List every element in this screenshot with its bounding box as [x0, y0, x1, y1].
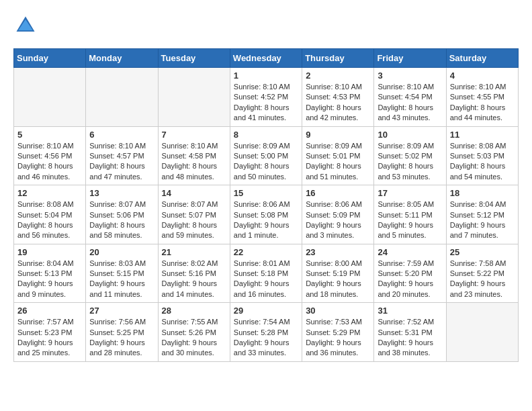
calendar-cell: 9Sunrise: 8:09 AM Sunset: 5:01 PM Daylig… — [302, 126, 374, 185]
calendar-cell: 10Sunrise: 8:09 AM Sunset: 5:02 PM Dayli… — [374, 126, 446, 185]
day-number: 18 — [450, 188, 515, 198]
day-number: 28 — [162, 306, 226, 316]
day-info: Sunrise: 8:00 AM Sunset: 5:19 PM Dayligh… — [306, 259, 370, 300]
day-info: Sunrise: 7:58 AM Sunset: 5:22 PM Dayligh… — [450, 259, 515, 300]
calendar-cell: 28Sunrise: 7:55 AM Sunset: 5:26 PM Dayli… — [158, 303, 230, 362]
day-info: Sunrise: 7:54 AM Sunset: 5:28 PM Dayligh… — [234, 317, 298, 359]
day-info: Sunrise: 8:02 AM Sunset: 5:16 PM Dayligh… — [162, 259, 226, 300]
calendar-cell: 20Sunrise: 8:03 AM Sunset: 5:15 PM Dayli… — [86, 244, 158, 303]
calendar-cell: 25Sunrise: 7:58 AM Sunset: 5:22 PM Dayli… — [446, 244, 518, 303]
day-info: Sunrise: 8:04 AM Sunset: 5:12 PM Dayligh… — [450, 199, 515, 241]
day-info: Sunrise: 8:06 AM Sunset: 5:08 PM Dayligh… — [234, 199, 298, 241]
calendar-cell: 23Sunrise: 8:00 AM Sunset: 5:19 PM Dayli… — [302, 244, 374, 303]
day-info: Sunrise: 8:03 AM Sunset: 5:15 PM Dayligh… — [89, 259, 154, 300]
day-info: Sunrise: 8:05 AM Sunset: 5:11 PM Dayligh… — [378, 199, 442, 241]
calendar-cell — [446, 303, 518, 362]
calendar-cell: 21Sunrise: 8:02 AM Sunset: 5:16 PM Dayli… — [158, 244, 230, 303]
day-number: 31 — [378, 306, 442, 316]
day-number: 26 — [17, 306, 82, 316]
day-info: Sunrise: 8:07 AM Sunset: 5:06 PM Dayligh… — [89, 199, 154, 241]
weekday-header-friday: Friday — [374, 49, 446, 68]
day-info: Sunrise: 7:57 AM Sunset: 5:23 PM Dayligh… — [17, 317, 82, 359]
calendar-cell — [158, 68, 230, 127]
day-number: 30 — [306, 306, 370, 316]
day-info: Sunrise: 7:55 AM Sunset: 5:26 PM Dayligh… — [162, 317, 226, 359]
weekday-header-wednesday: Wednesday — [230, 49, 302, 68]
day-info: Sunrise: 8:10 AM Sunset: 4:56 PM Dayligh… — [17, 141, 82, 183]
calendar-cell: 6Sunrise: 8:10 AM Sunset: 4:57 PM Daylig… — [86, 126, 158, 185]
day-number: 24 — [378, 247, 442, 257]
calendar-cell: 5Sunrise: 8:10 AM Sunset: 4:56 PM Daylig… — [14, 126, 86, 185]
day-number: 13 — [89, 188, 154, 198]
day-number: 16 — [306, 188, 370, 198]
day-info: Sunrise: 7:52 AM Sunset: 5:31 PM Dayligh… — [378, 317, 442, 359]
day-info: Sunrise: 7:59 AM Sunset: 5:20 PM Dayligh… — [378, 259, 442, 300]
weekday-header-monday: Monday — [86, 49, 158, 68]
calendar-week-row: 12Sunrise: 8:08 AM Sunset: 5:04 PM Dayli… — [14, 185, 519, 244]
day-number: 5 — [17, 130, 82, 140]
calendar-table: SundayMondayTuesdayWednesdayThursdayFrid… — [13, 48, 519, 362]
calendar-cell: 11Sunrise: 8:08 AM Sunset: 5:03 PM Dayli… — [446, 126, 518, 185]
calendar-cell: 19Sunrise: 8:04 AM Sunset: 5:13 PM Dayli… — [14, 244, 86, 303]
day-number: 3 — [378, 71, 442, 81]
calendar-cell: 8Sunrise: 8:09 AM Sunset: 5:00 PM Daylig… — [230, 126, 302, 185]
day-number: 21 — [162, 247, 226, 257]
day-info: Sunrise: 8:09 AM Sunset: 5:02 PM Dayligh… — [378, 141, 442, 183]
weekday-header-saturday: Saturday — [446, 49, 518, 68]
weekday-header-tuesday: Tuesday — [158, 49, 230, 68]
day-number: 1 — [234, 71, 298, 81]
day-number: 22 — [234, 247, 298, 257]
weekday-header-thursday: Thursday — [302, 49, 374, 68]
calendar-cell: 26Sunrise: 7:57 AM Sunset: 5:23 PM Dayli… — [14, 303, 86, 362]
day-info: Sunrise: 8:10 AM Sunset: 4:58 PM Dayligh… — [162, 141, 226, 183]
calendar-cell: 14Sunrise: 8:07 AM Sunset: 5:07 PM Dayli… — [158, 185, 230, 244]
calendar-cell: 1Sunrise: 8:10 AM Sunset: 4:52 PM Daylig… — [230, 68, 302, 127]
day-info: Sunrise: 8:08 AM Sunset: 5:04 PM Dayligh… — [17, 199, 82, 241]
day-number: 10 — [378, 130, 442, 140]
day-info: Sunrise: 7:53 AM Sunset: 5:29 PM Dayligh… — [306, 317, 370, 359]
calendar-cell: 31Sunrise: 7:52 AM Sunset: 5:31 PM Dayli… — [374, 303, 446, 362]
calendar-cell: 24Sunrise: 7:59 AM Sunset: 5:20 PM Dayli… — [374, 244, 446, 303]
day-info: Sunrise: 8:10 AM Sunset: 4:57 PM Dayligh… — [89, 141, 154, 183]
day-info: Sunrise: 8:10 AM Sunset: 4:52 PM Dayligh… — [234, 82, 298, 124]
calendar-cell: 3Sunrise: 8:10 AM Sunset: 4:54 PM Daylig… — [374, 68, 446, 127]
calendar-week-row: 19Sunrise: 8:04 AM Sunset: 5:13 PM Dayli… — [14, 244, 519, 303]
calendar-week-row: 26Sunrise: 7:57 AM Sunset: 5:23 PM Dayli… — [14, 303, 519, 362]
day-info: Sunrise: 8:06 AM Sunset: 5:09 PM Dayligh… — [306, 199, 370, 241]
calendar-cell: 16Sunrise: 8:06 AM Sunset: 5:09 PM Dayli… — [302, 185, 374, 244]
calendar-week-row: 1Sunrise: 8:10 AM Sunset: 4:52 PM Daylig… — [14, 68, 519, 127]
day-number: 11 — [450, 130, 515, 140]
day-info: Sunrise: 8:10 AM Sunset: 4:55 PM Dayligh… — [450, 82, 515, 124]
calendar-cell: 4Sunrise: 8:10 AM Sunset: 4:55 PM Daylig… — [446, 68, 518, 127]
calendar-cell: 22Sunrise: 8:01 AM Sunset: 5:18 PM Dayli… — [230, 244, 302, 303]
logo-icon — [13, 13, 38, 38]
day-number: 19 — [17, 247, 82, 257]
calendar-cell: 18Sunrise: 8:04 AM Sunset: 5:12 PM Dayli… — [446, 185, 518, 244]
calendar-cell: 15Sunrise: 8:06 AM Sunset: 5:08 PM Dayli… — [230, 185, 302, 244]
day-info: Sunrise: 8:09 AM Sunset: 5:00 PM Dayligh… — [234, 141, 298, 183]
day-info: Sunrise: 8:08 AM Sunset: 5:03 PM Dayligh… — [450, 141, 515, 183]
day-number: 8 — [234, 130, 298, 140]
day-number: 12 — [17, 188, 82, 198]
day-number: 14 — [162, 188, 226, 198]
day-number: 27 — [89, 306, 154, 316]
day-number: 4 — [450, 71, 515, 81]
day-info: Sunrise: 8:01 AM Sunset: 5:18 PM Dayligh… — [234, 259, 298, 300]
calendar-cell: 13Sunrise: 8:07 AM Sunset: 5:06 PM Dayli… — [86, 185, 158, 244]
day-number: 2 — [306, 71, 370, 81]
day-info: Sunrise: 8:09 AM Sunset: 5:01 PM Dayligh… — [306, 141, 370, 183]
day-info: Sunrise: 8:10 AM Sunset: 4:53 PM Dayligh… — [306, 82, 370, 124]
day-number: 7 — [162, 130, 226, 140]
calendar-cell: 7Sunrise: 8:10 AM Sunset: 4:58 PM Daylig… — [158, 126, 230, 185]
calendar-week-row: 5Sunrise: 8:10 AM Sunset: 4:56 PM Daylig… — [14, 126, 519, 185]
page-header — [13, 13, 519, 38]
day-number: 9 — [306, 130, 370, 140]
calendar-cell: 2Sunrise: 8:10 AM Sunset: 4:53 PM Daylig… — [302, 68, 374, 127]
day-number: 23 — [306, 247, 370, 257]
day-info: Sunrise: 8:07 AM Sunset: 5:07 PM Dayligh… — [162, 199, 226, 241]
calendar-cell: 17Sunrise: 8:05 AM Sunset: 5:11 PM Dayli… — [374, 185, 446, 244]
day-info: Sunrise: 8:10 AM Sunset: 4:54 PM Dayligh… — [378, 82, 442, 124]
day-info: Sunrise: 8:04 AM Sunset: 5:13 PM Dayligh… — [17, 259, 82, 300]
calendar-cell — [14, 68, 86, 127]
day-number: 25 — [450, 247, 515, 257]
